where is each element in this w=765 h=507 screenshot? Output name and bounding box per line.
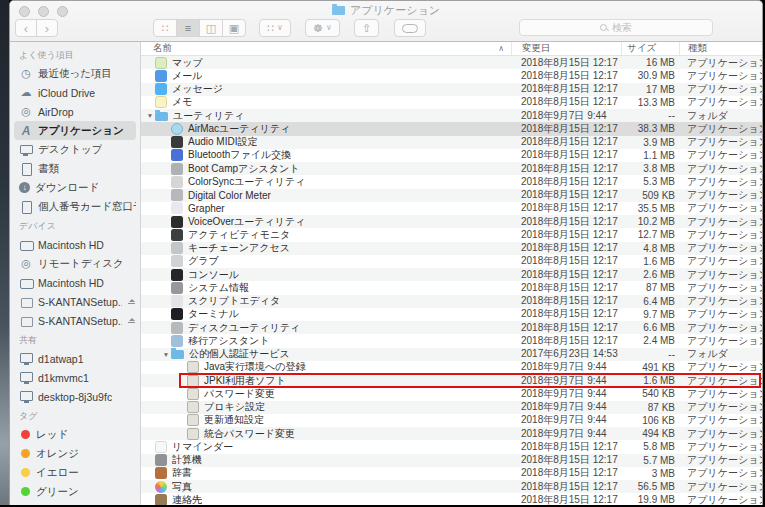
file-row[interactable]: システム情報2018年8月15日 12:1787 MBアプリケーション xyxy=(141,281,762,294)
file-name-cell: Digital Color Meter xyxy=(141,189,511,201)
file-name-label: メール xyxy=(172,69,202,83)
file-size: 87 MB xyxy=(621,282,679,293)
file-row[interactable]: キーチェーンアクセス2018年8月15日 12:174.8 MBアプリケーション xyxy=(141,242,762,255)
file-row[interactable]: ColorSyncユーティリティ2018年8月15日 12:175.3 MBアプ… xyxy=(141,175,762,188)
file-name-label: Audio MIDI設定 xyxy=(188,135,257,149)
tag-button[interactable] xyxy=(394,19,426,37)
eject-icon[interactable] xyxy=(127,318,136,324)
group-by-button[interactable]: ∷ ∨ xyxy=(259,19,291,37)
file-row[interactable]: ▼ユーティリティ2018年9月7日 9:44--フォルダ xyxy=(141,109,762,122)
icon-view-button[interactable]: ∷ xyxy=(153,19,177,37)
sidebar-item-d1atwap1[interactable]: d1atwap1 xyxy=(10,349,140,368)
file-row[interactable]: プロキシ設定2018年9月7日 9:4487 KBアプリケーション xyxy=(141,401,762,414)
eject-icon[interactable] xyxy=(127,299,136,305)
file-row[interactable]: グラブ2018年8月15日 12:171.6 MBアプリケーション xyxy=(141,255,762,268)
file-row[interactable]: ターミナル2018年8月15日 12:179.7 MBアプリケーション xyxy=(141,308,762,321)
back-button[interactable]: ‹ xyxy=(15,19,37,37)
installer-scroll-icon xyxy=(187,401,199,413)
search-placeholder: 検索 xyxy=(612,21,632,35)
file-list: マップ2018年8月15日 12:1716 MBアプリケーションメール2018年… xyxy=(141,56,762,505)
file-date: 2018年8月15日 12:17 xyxy=(511,122,621,136)
file-row[interactable]: Grapher2018年8月15日 12:1735.5 MBアプリケーション xyxy=(141,202,762,215)
file-name-cell: Boot Campアシスタント xyxy=(141,162,511,176)
file-row[interactable]: JPKI利用者ソフト2018年9月7日 9:441.6 MBアプリケーション xyxy=(141,374,762,387)
column-header-size[interactable]: サイズ xyxy=(621,42,679,55)
file-row[interactable]: メモ2018年8月15日 12:1713.3 MBアプリケーション xyxy=(141,96,762,109)
sidebar-item-desktop-8j3u9fc[interactable]: desktop-8j3u9fc xyxy=(10,387,140,406)
file-size: 17 MB xyxy=(621,84,679,95)
action-menu-button[interactable]: ☸ ∨ xyxy=(305,19,340,37)
sidebar-item-s-kantan-setup-2[interactable]: S-KANTANSetup... xyxy=(10,311,140,330)
voiceover-icon xyxy=(171,216,183,228)
file-row[interactable]: 統合パスワード変更2018年9月7日 9:44494 KBアプリケーション xyxy=(141,427,762,440)
file-row[interactable]: Bluetoothファイル交換2018年8月15日 12:171.1 MBアプリ… xyxy=(141,149,762,162)
column-header-kind-label: 種類 xyxy=(688,42,707,55)
file-row[interactable]: ▼公的個人認証サービス2017年6月23日 14:53--フォルダ xyxy=(141,348,762,361)
file-row[interactable]: 辞書2018年8月15日 12:173 MBアプリケーション xyxy=(141,467,762,480)
sidebar-item-macintosh-hd-2[interactable]: Macintosh HD xyxy=(10,273,140,292)
sidebar-item-desktop[interactable]: デスクトップ xyxy=(10,140,140,159)
sidebar-item-s-kantan-setup-1[interactable]: S-KANTANSetup... xyxy=(10,292,140,311)
file-row[interactable]: AirMacユーティリティ2018年8月15日 12:1738.3 MBアプリケ… xyxy=(141,122,762,135)
file-kind: アプリケーション xyxy=(679,427,762,441)
file-date: 2017年6月23日 14:53 xyxy=(511,347,621,361)
sidebar-item-airdrop[interactable]: ◎AirDrop xyxy=(10,102,140,121)
share-button[interactable]: ⇧ xyxy=(354,19,379,37)
sidebar-item-tag-orange[interactable]: オレンジ xyxy=(10,444,140,463)
file-row[interactable]: 更新通知設定2018年9月7日 9:44106 KBアプリケーション xyxy=(141,414,762,427)
file-row[interactable]: メッセージ2018年8月15日 12:1717 MBアプリケーション xyxy=(141,83,762,96)
column-header-date[interactable]: 変更日 xyxy=(511,42,621,55)
sidebar-item-tag-red[interactable]: レッド xyxy=(10,425,140,444)
file-date: 2018年8月15日 12:17 xyxy=(511,162,621,176)
sidebar-item-remote-disc[interactable]: ◎リモートディスク xyxy=(10,254,140,273)
file-name-label: アクティビティモニタ xyxy=(188,228,290,242)
sidebar-item-tag-yellow[interactable]: イエロー xyxy=(10,463,140,482)
file-row[interactable]: ディスクユーティリティ2018年8月15日 12:176.6 MBアプリケーショ… xyxy=(141,321,762,334)
file-row[interactable]: メール2018年8月15日 12:1730.9 MBアプリケーション xyxy=(141,69,762,82)
disclosure-triangle-icon[interactable]: ▼ xyxy=(161,351,171,358)
keychain-icon xyxy=(171,242,183,254)
disclosure-triangle-icon[interactable]: ▼ xyxy=(145,112,155,119)
file-row[interactable]: リマインダー2018年8月15日 12:175.8 MBアプリケーション xyxy=(141,440,762,453)
file-date: 2018年9月7日 9:44 xyxy=(511,413,621,427)
sidebar-item-mynumber-card[interactable]: 個人番号カード窓口予約 xyxy=(10,197,140,216)
grab-icon xyxy=(171,255,183,267)
file-name-label: プロキシ設定 xyxy=(204,400,265,414)
sidebar-item-documents[interactable]: 書類 xyxy=(10,159,140,178)
sidebar-item-label: ダウンロード xyxy=(35,181,99,195)
file-name-label: Bluetoothファイル交換 xyxy=(188,148,291,162)
file-row[interactable]: スクリプトエディタ2018年8月15日 12:176.4 MBアプリケーション xyxy=(141,295,762,308)
file-row[interactable]: アクティビティモニタ2018年8月15日 12:1712.7 MBアプリケーショ… xyxy=(141,228,762,241)
sidebar-item-macintosh-hd-1[interactable]: Macintosh HD xyxy=(10,235,140,254)
column-header-name[interactable]: 名前 ∧ xyxy=(141,42,511,55)
column-header-kind[interactable]: 種類 xyxy=(679,42,762,55)
column-view-button[interactable]: ◫ xyxy=(199,19,223,37)
file-row[interactable]: VoiceOverユーティリティ2018年8月15日 12:1710.2 MBア… xyxy=(141,215,762,228)
file-size: 56.5 MB xyxy=(621,481,679,492)
sidebar-item-applications[interactable]: Aアプリケーション xyxy=(14,121,136,140)
sidebar-item-icloud-drive[interactable]: ☁iCloud Drive xyxy=(10,83,140,102)
coverflow-view-button[interactable]: ▣ xyxy=(222,19,246,37)
sidebar-item-d1kmvmc1[interactable]: d1kmvmc1 xyxy=(10,368,140,387)
file-row[interactable]: Java実行環境への登録2018年9月7日 9:44491 KBアプリケーション xyxy=(141,361,762,374)
file-row[interactable]: Digital Color Meter2018年8月15日 12:17509 K… xyxy=(141,189,762,202)
forward-button[interactable]: › xyxy=(36,19,58,37)
file-row[interactable]: 連絡先2018年8月15日 12:1719.9 MBアプリケーション xyxy=(141,493,762,505)
file-size: 1.6 MB xyxy=(621,256,679,267)
file-row[interactable]: 計算機2018年8月15日 12:175.7 MBアプリケーション xyxy=(141,454,762,467)
installer-scroll-icon xyxy=(187,414,199,426)
sidebar-item-downloads[interactable]: ↓ダウンロード xyxy=(10,178,140,197)
file-row[interactable]: パスワード変更2018年9月7日 9:44540 KBアプリケーション xyxy=(141,387,762,400)
sidebar-item-tag-blue[interactable]: ブルー xyxy=(10,501,140,505)
file-row[interactable]: Audio MIDI設定2018年8月15日 12:173.9 MBアプリケーシ… xyxy=(141,136,762,149)
icloud-icon: ☁ xyxy=(19,87,33,99)
file-row[interactable]: コンソール2018年8月15日 12:172.6 MBアプリケーション xyxy=(141,268,762,281)
list-view-button[interactable]: ≡ xyxy=(176,19,200,37)
file-row[interactable]: マップ2018年8月15日 12:1716 MBアプリケーション xyxy=(141,56,762,69)
file-row[interactable]: 写真2018年8月15日 12:1756.5 MBアプリケーション xyxy=(141,480,762,493)
search-field[interactable]: 検索 xyxy=(519,19,713,36)
sidebar-item-recents[interactable]: ◷最近使った項目 xyxy=(10,64,140,83)
sidebar-item-tag-green[interactable]: グリーン xyxy=(10,482,140,501)
file-row[interactable]: Boot Campアシスタント2018年8月15日 12:173.8 MBアプリ… xyxy=(141,162,762,175)
file-row[interactable]: 移行アシスタント2018年8月15日 12:172.4 MBアプリケーション xyxy=(141,334,762,347)
